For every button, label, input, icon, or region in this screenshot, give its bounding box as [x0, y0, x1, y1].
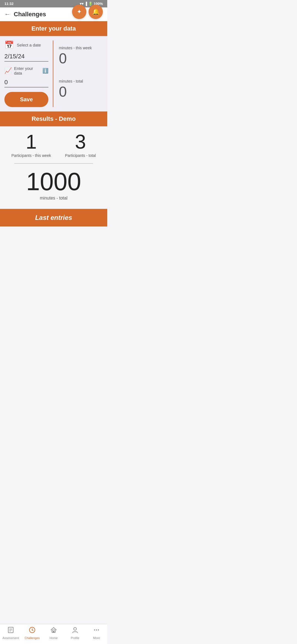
minutes-total-value: 0	[59, 84, 103, 99]
results-divider	[14, 163, 93, 164]
page-title: Challenges	[14, 11, 46, 18]
bell-icon: 🔔	[92, 8, 100, 15]
minutes-this-week-block: minutes - this week 0	[59, 46, 103, 66]
minutes-this-week-label: minutes - this week	[59, 46, 103, 50]
participants-total: 3 Participants - total	[65, 132, 96, 158]
page-header: ← Challenges ✦ 🔔	[0, 7, 107, 21]
header-icon-group: ✦ 🔔	[72, 5, 103, 19]
trend-icon: 📈	[4, 67, 12, 74]
back-arrow-icon: ←	[4, 11, 10, 18]
last-entries-title: Last entries	[35, 214, 72, 221]
date-label: Select a date	[17, 43, 41, 47]
info-icon: ℹ️	[42, 68, 48, 74]
results-section-header: Results - Demo	[0, 111, 107, 126]
minutes-total-label: minutes - total	[59, 79, 103, 83]
badge-icon-button[interactable]: ✦	[72, 5, 86, 19]
last-entries-section-header: Last entries	[0, 209, 107, 227]
enter-data-left: 📅 Select a date 📈 Enter your data ℹ️ Sav…	[4, 40, 53, 107]
enter-data-title: Enter your data	[31, 25, 76, 32]
data-label: Enter your data	[14, 66, 40, 75]
enter-data-right: minutes - this week 0 minutes - total 0	[53, 40, 103, 107]
results-title: Results - Demo	[32, 115, 76, 122]
participants-row: 1 Participants - this week 3 Participant…	[4, 132, 103, 158]
participants-this-week: 1 Participants - this week	[11, 132, 51, 158]
minutes-this-week-value: 0	[59, 51, 103, 66]
enter-data-section: 📅 Select a date 📈 Enter your data ℹ️ Sav…	[0, 36, 107, 111]
minutes-total-block: minutes - total 0	[59, 79, 103, 99]
nav-spacer	[0, 227, 107, 249]
minutes-total-result-value: 1000	[4, 169, 103, 194]
calendar-icon: 📅	[4, 40, 14, 50]
data-label-row: 📈 Enter your data ℹ️	[4, 66, 48, 75]
participants-total-value: 3	[65, 132, 96, 152]
save-label: Save	[20, 96, 33, 102]
status-time: 11:32	[4, 2, 13, 6]
date-label-row: 📅 Select a date	[4, 40, 48, 50]
data-input[interactable]	[4, 78, 48, 88]
minutes-total-result-block: 1000 minutes - total	[4, 169, 103, 201]
minutes-total-result-label: minutes - total	[4, 196, 103, 201]
participants-total-label: Participants - total	[65, 153, 96, 158]
back-button[interactable]: ←	[4, 11, 10, 18]
participants-this-week-label: Participants - this week	[11, 153, 51, 158]
results-section: 1 Participants - this week 3 Participant…	[0, 126, 107, 209]
enter-data-section-header: Enter your data	[0, 21, 107, 36]
bell-icon-button[interactable]: 🔔	[89, 5, 103, 19]
badge-icon: ✦	[77, 8, 82, 15]
date-input[interactable]	[4, 52, 48, 62]
save-button[interactable]: Save	[4, 92, 48, 107]
participants-this-week-value: 1	[11, 132, 51, 152]
